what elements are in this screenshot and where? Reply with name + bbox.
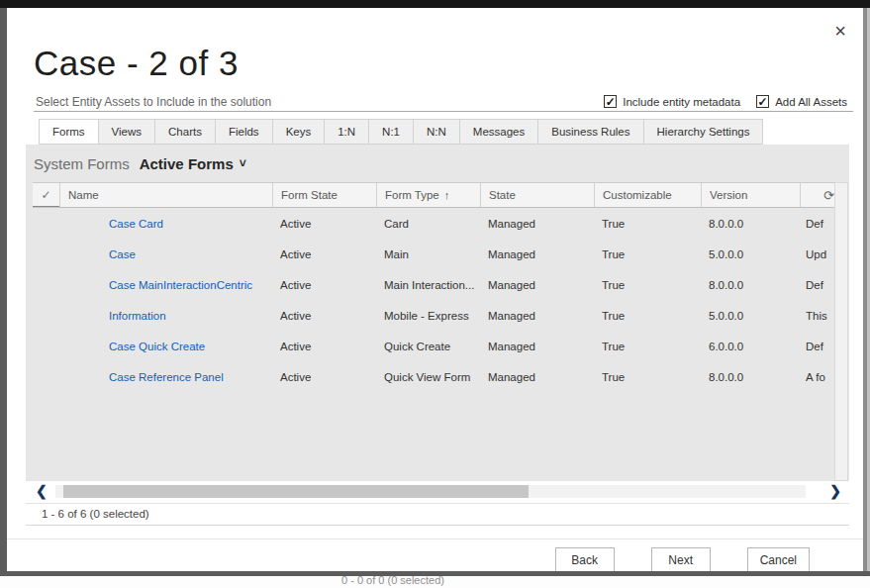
asset-tab[interactable]: Fields	[215, 119, 273, 145]
cell-form-type: Card	[376, 218, 480, 230]
cell-version: 6.0.0.0	[701, 341, 800, 352]
column-header-version[interactable]: Version	[701, 183, 800, 207]
cell-version: 5.0.0.0	[701, 248, 800, 260]
add-all-assets-checkbox[interactable]: ✓ Add All Assets	[756, 95, 847, 108]
cell-customizable: True	[594, 341, 701, 352]
refresh-icon[interactable]: ⟳	[823, 188, 834, 203]
cell-version: 8.0.0.0	[701, 218, 800, 230]
asset-tab[interactable]: Hierarchy Settings	[643, 119, 764, 145]
column-header-form-type[interactable]: Form Type ↑	[376, 183, 480, 207]
cell-name-link[interactable]: Case Card	[59, 218, 272, 230]
background-page-sliver: 0 - 0 of 0 (0 selected)	[0, 576, 870, 588]
include-entity-metadata-checkbox[interactable]: ✓ Include entity metadata	[604, 95, 740, 108]
forms-grid: ✓ Name Form State Form Type ↑ State Cust…	[33, 182, 834, 392]
column-header-description[interactable]: ⟳	[800, 183, 834, 207]
grid-body: Case Card Active Card Managed True 8.0.0…	[33, 208, 834, 392]
cell-name-link[interactable]: Information	[59, 310, 272, 322]
table-row[interactable]: Case Reference Panel Active Quick View F…	[33, 361, 834, 392]
record-count-status: 1 - 6 of 6 (0 selected)	[42, 508, 149, 520]
cell-state: Managed	[480, 279, 594, 291]
vertical-scrollbar[interactable]	[834, 182, 848, 481]
window-top-edge	[0, 0, 870, 8]
cell-state: Managed	[480, 371, 594, 383]
wizard-button[interactable]: Cancel	[747, 547, 810, 572]
cell-customizable: True	[594, 279, 701, 291]
cell-name-link[interactable]: Case	[59, 248, 272, 260]
table-row[interactable]: Case MainInteractionCentric Active Main …	[33, 269, 834, 300]
cell-description: Def	[800, 279, 834, 291]
select-all-check-icon[interactable]: ✓	[41, 188, 50, 202]
screenshot-stage: × Case - 2 of 3 Select Entity Assets to …	[0, 0, 870, 588]
asset-tab[interactable]: Keys	[272, 119, 326, 145]
cell-form-state: Active	[272, 310, 376, 322]
asset-tab[interactable]: N:N	[413, 119, 460, 145]
cell-version: 8.0.0.0	[701, 279, 800, 291]
forms-panel: System Forms Active Forms ˅ ✓ Name Form …	[26, 145, 849, 481]
cell-version: 8.0.0.0	[701, 371, 800, 383]
asset-tab[interactable]: Business Rules	[537, 119, 643, 145]
column-header-label: Form Type	[385, 189, 439, 201]
column-header-state[interactable]: State	[480, 183, 594, 207]
wizard-button[interactable]: Back	[555, 547, 615, 572]
cell-state: Managed	[480, 218, 594, 230]
checkbox-checked-icon[interactable]: ✓	[756, 95, 769, 108]
page-subtitle: Select Entity Assets to Include in the s…	[36, 95, 271, 109]
table-row[interactable]: Case Card Active Card Managed True 8.0.0…	[33, 208, 834, 239]
view-selector-bar: System Forms Active Forms ˅	[34, 150, 246, 176]
cell-form-type: Quick Create	[376, 341, 480, 352]
cell-form-state: Active	[272, 279, 376, 291]
scroll-right-icon[interactable]: ❯	[829, 483, 841, 499]
cell-state: Managed	[480, 248, 594, 260]
window-left-edge	[0, 8, 7, 576]
cell-form-type: Mobile - Express	[376, 310, 480, 322]
chevron-down-icon[interactable]: ˅	[240, 156, 246, 170]
table-row[interactable]: Information Active Mobile - Express Mana…	[33, 300, 834, 331]
checkbox-checked-icon[interactable]: ✓	[604, 95, 617, 108]
close-icon[interactable]: ×	[829, 20, 851, 42]
grid-status-bar: 1 - 6 of 6 (0 selected)	[26, 503, 849, 526]
cell-form-type: Quick View Form	[376, 371, 480, 383]
cell-name-link[interactable]: Case MainInteractionCentric	[59, 279, 272, 291]
asset-tab[interactable]: 1:N	[324, 119, 369, 145]
asset-tab[interactable]: Charts	[154, 119, 216, 145]
column-header-name[interactable]: Name	[59, 183, 272, 207]
cell-form-type: Main Interaction...	[376, 279, 480, 291]
cell-customizable: True	[594, 218, 701, 230]
asset-tab-strip: Forms Views Charts Fields Keys 1:N N:1 N…	[40, 119, 763, 145]
cell-form-state: Active	[272, 218, 376, 230]
table-row[interactable]: Case Quick Create Active Quick Create Ma…	[33, 331, 834, 361]
cell-form-state: Active	[272, 248, 376, 260]
cell-state: Managed	[480, 341, 594, 352]
asset-tab[interactable]: Messages	[459, 119, 538, 145]
horizontal-scrollbar-thumb[interactable]	[63, 485, 529, 498]
cell-state: Managed	[480, 310, 594, 322]
view-section-label: System Forms	[34, 155, 130, 172]
asset-tab[interactable]: Forms	[39, 119, 99, 145]
page-title: Case - 2 of 3	[34, 46, 239, 80]
cell-form-state: Active	[272, 371, 376, 383]
view-selector[interactable]: Active Forms	[140, 155, 234, 172]
entity-assets-dialog: × Case - 2 of 3 Select Entity Assets to …	[7, 8, 863, 571]
cell-customizable: True	[594, 310, 701, 322]
column-header-form-state[interactable]: Form State	[272, 183, 376, 207]
footer-divider	[7, 539, 863, 539]
checkbox-label: Include entity metadata	[623, 96, 740, 108]
header-divider	[34, 111, 853, 112]
cell-name-link[interactable]: Case Quick Create	[59, 341, 272, 352]
cell-description: A fo	[800, 371, 834, 383]
asset-tab[interactable]: Views	[98, 119, 155, 145]
option-checkboxes: ✓ Include entity metadata ✓ Add All Asse…	[604, 95, 847, 108]
cell-name-link[interactable]: Case Reference Panel	[59, 371, 272, 383]
cell-description: This	[800, 310, 834, 322]
horizontal-scrollbar-track[interactable]	[55, 485, 806, 498]
cell-customizable: True	[594, 371, 701, 383]
column-header-customizable[interactable]: Customizable	[594, 183, 701, 207]
table-row[interactable]: Case Active Main Managed True 5.0.0.0 Up…	[33, 239, 834, 269]
scroll-left-icon[interactable]: ❮	[36, 483, 48, 499]
wizard-button[interactable]: Next	[651, 547, 711, 572]
select-all-column-header[interactable]: ✓	[33, 183, 59, 207]
cell-version: 5.0.0.0	[701, 310, 800, 322]
cell-description: Def	[800, 218, 834, 230]
asset-tab[interactable]: N:1	[368, 119, 414, 145]
window-right-edge	[863, 8, 870, 576]
